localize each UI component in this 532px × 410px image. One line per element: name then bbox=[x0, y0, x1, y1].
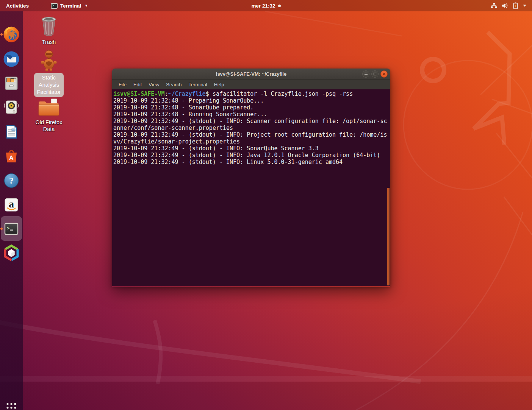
svg-text:A: A bbox=[9, 154, 14, 162]
file-manager-icon bbox=[3, 75, 20, 92]
focused-app-menu[interactable]: >_ Terminal ▼ bbox=[49, 0, 90, 11]
svg-text:>: > bbox=[7, 226, 9, 231]
menu-search[interactable]: Search bbox=[163, 80, 185, 89]
libreoffice-writer-icon bbox=[3, 123, 20, 140]
media-indicator-dot-icon bbox=[278, 5, 281, 7]
window-controls: ✕ bbox=[362, 70, 388, 78]
terminal-icon: > bbox=[3, 220, 20, 238]
volume-icon bbox=[502, 3, 509, 9]
terminal-scrollbar[interactable] bbox=[387, 188, 390, 285]
maximize-icon bbox=[374, 73, 376, 75]
terminal-output-line: 2019-10-09 21:32:49 - (stdout) - INFO: L… bbox=[113, 159, 390, 165]
prompt-symbol: $ bbox=[206, 90, 209, 97]
terminal-output-line: 2019-10-09 21:32:48 - Preparing SonarQub… bbox=[113, 97, 390, 104]
maximize-button[interactable] bbox=[371, 70, 379, 78]
terminal-output-line: 2019-10-09 21:32:49 - (stdout) - INFO: J… bbox=[113, 152, 390, 159]
terminal-prompt-line: isvv@SI-SAFE-VM:~/Crazyflie$ safacilitat… bbox=[113, 90, 390, 97]
terminal-output-line: 2019-10-09 21:32:49 - (stdout) - INFO: S… bbox=[113, 145, 390, 152]
dock: A ? a > bbox=[0, 11, 23, 410]
system-status-menu[interactable] bbox=[488, 0, 530, 11]
window-title: isvv@SI-SAFE-VM: ~/Crazyflie bbox=[216, 71, 286, 77]
folder-icon bbox=[37, 98, 61, 117]
terminal-titlebar[interactable]: isvv@SI-SAFE-VM: ~/Crazyflie ✕ bbox=[112, 69, 390, 80]
svg-text:a: a bbox=[9, 198, 14, 210]
dock-item-amazon[interactable]: a bbox=[3, 196, 20, 214]
trash-label: Trash bbox=[42, 39, 56, 45]
static-analysis-facilitator-label: Static Analysis Facilitator bbox=[34, 73, 64, 97]
dock-item-show-applications[interactable] bbox=[3, 399, 20, 410]
label-line: Old Firefox bbox=[36, 119, 63, 126]
terminal-output-line: vv/Crazyflie/sonar-project.properties bbox=[113, 138, 390, 145]
chevron-down-icon: ▼ bbox=[84, 4, 88, 8]
terminal-menubar: File Edit View Search Terminal Help bbox=[112, 80, 390, 89]
terminal-app-icon: >_ bbox=[51, 3, 58, 9]
terminal-output-line: 2019-10-09 21:32:48 - Running SonarScann… bbox=[113, 111, 390, 118]
old-firefox-data-label: Old Firefox Data bbox=[36, 119, 63, 133]
minimize-icon bbox=[365, 74, 368, 75]
rhythmbox-icon bbox=[3, 99, 20, 116]
dock-item-files[interactable] bbox=[3, 75, 20, 92]
label-line: Analysis bbox=[37, 81, 61, 89]
terminal-output-line: 2019-10-09 21:32:48 - SonarQube prepared… bbox=[113, 104, 390, 111]
activities-button[interactable]: Activities bbox=[2, 0, 33, 11]
dock-item-ubuntu-software[interactable]: A bbox=[3, 147, 20, 165]
battery-charging-icon bbox=[513, 2, 518, 9]
desktop-icon-trash[interactable]: Trash bbox=[35, 16, 63, 45]
focused-app-label: Terminal bbox=[60, 3, 81, 9]
label-line: Facilitator bbox=[37, 89, 61, 96]
menu-edit[interactable]: Edit bbox=[130, 80, 145, 89]
dock-item-help[interactable]: ? bbox=[3, 172, 20, 189]
command-text: safacilitator -l Crazyflie.json -psq -rs… bbox=[209, 90, 353, 97]
label-line: Static bbox=[37, 74, 61, 81]
desktop-icon-static-analysis-facilitator[interactable]: Static Analysis Facilitator bbox=[33, 50, 64, 97]
desktop-icon-old-firefox-data[interactable]: Old Firefox Data bbox=[33, 98, 64, 133]
dock-item-thunderbird[interactable] bbox=[3, 50, 20, 68]
menu-terminal[interactable]: Terminal bbox=[185, 80, 211, 89]
network-wired-icon bbox=[491, 3, 497, 9]
show-applications-icon bbox=[3, 399, 20, 410]
close-icon: ✕ bbox=[382, 72, 386, 76]
dock-item-cube-app[interactable] bbox=[3, 244, 20, 262]
robot-icon bbox=[39, 50, 59, 72]
ubuntu-software-icon: A bbox=[3, 147, 20, 165]
terminal-content[interactable]: isvv@SI-SAFE-VM:~/Crazyflie$ safacilitat… bbox=[112, 89, 390, 286]
dock-item-firefox[interactable] bbox=[3, 26, 20, 43]
terminal-output-line: 2019-10-09 21:32:49 - (stdout) - INFO: P… bbox=[113, 131, 390, 138]
terminal-output-line: 2019-10-09 21:32:49 - (stdout) - INFO: S… bbox=[113, 118, 390, 125]
cube-app-icon bbox=[3, 244, 20, 262]
activities-label: Activities bbox=[6, 3, 29, 9]
dock-item-rhythmbox[interactable] bbox=[3, 99, 20, 116]
prompt-separator: : bbox=[164, 90, 168, 97]
thunderbird-icon bbox=[3, 50, 20, 68]
firefox-icon bbox=[3, 26, 20, 43]
menu-file[interactable]: File bbox=[115, 80, 130, 89]
amazon-icon: a bbox=[3, 196, 20, 214]
top-bar: Activities >_ Terminal ▼ mer 21:32 bbox=[0, 0, 532, 11]
svg-text:?: ? bbox=[9, 176, 14, 186]
prompt-path: ~/Crazyflie bbox=[168, 90, 206, 97]
chevron-down-icon bbox=[523, 4, 527, 7]
dock-item-libreoffice-writer[interactable] bbox=[3, 123, 20, 140]
menu-view[interactable]: View bbox=[145, 80, 163, 89]
dock-item-terminal[interactable]: > bbox=[3, 220, 20, 238]
menu-help[interactable]: Help bbox=[211, 80, 228, 89]
minimize-button[interactable] bbox=[362, 70, 369, 78]
clock-label: mer 21:32 bbox=[251, 3, 275, 9]
label-line: Data bbox=[36, 126, 63, 133]
close-button[interactable]: ✕ bbox=[380, 70, 388, 78]
terminal-output-line: anner/conf/sonar-scanner.properties bbox=[113, 125, 390, 131]
help-icon: ? bbox=[3, 172, 20, 189]
trash-icon bbox=[39, 16, 59, 37]
clock-button[interactable]: mer 21:32 bbox=[251, 3, 280, 9]
terminal-window: isvv@SI-SAFE-VM: ~/Crazyflie ✕ File Edit… bbox=[112, 69, 390, 287]
prompt-user: isvv@SI-SAFE-VM bbox=[113, 90, 164, 97]
desktop: Activities >_ Terminal ▼ mer 21:32 bbox=[0, 0, 532, 410]
